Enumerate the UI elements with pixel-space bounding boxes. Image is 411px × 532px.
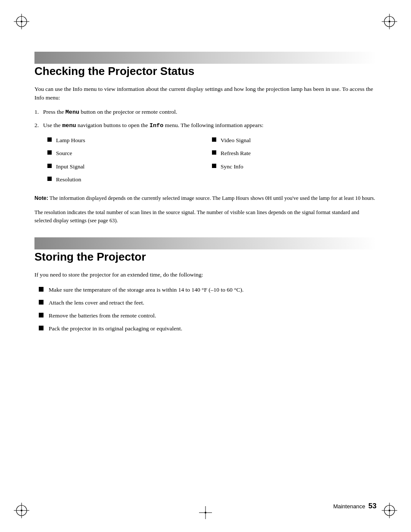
bullet-refresh-rate: Refresh Rate: [212, 149, 377, 158]
svg-point-18: [205, 512, 206, 513]
bullet-square-icon: [47, 137, 52, 142]
bullet-square-icon: [212, 137, 216, 142]
bullet-col-left: Lamp Hours Source Input Signal Reso: [47, 136, 212, 188]
step1: 1. Press the Menu button on the projecto…: [34, 108, 377, 117]
svg-point-11: [21, 510, 22, 511]
bullet-source: Source: [47, 149, 212, 158]
bullet-square-icon: [39, 287, 44, 292]
svg-point-15: [389, 510, 390, 511]
bullet-square-icon: [212, 164, 216, 168]
svg-point-7: [389, 21, 390, 22]
storage-bullet-1-text: Make sure the temperature of the storage…: [49, 286, 243, 294]
bottom-center-mark: [199, 506, 212, 519]
note-label: Note:: [34, 195, 48, 201]
section2: Storing the Projector If you need to sto…: [34, 237, 377, 333]
bullet-lamp-hours-text: Lamp Hours: [56, 136, 85, 145]
svg-point-3: [21, 21, 22, 22]
section1-header: Checking the Projector Status: [34, 52, 377, 78]
bullet-video-signal-text: Video Signal: [221, 136, 251, 145]
storage-bullet-3-text: Remove the batteries from the remote con…: [49, 311, 156, 320]
footer: Maintenance 53: [333, 502, 377, 510]
bullet-video-signal: Video Signal: [212, 136, 377, 145]
menu-bold: Menu: [65, 109, 79, 115]
info-bullets: Lamp Hours Source Input Signal Reso: [47, 136, 377, 188]
step1-num: 1.: [34, 108, 43, 117]
section2-header: Storing the Projector: [34, 237, 377, 264]
bullet-lamp-hours: Lamp Hours: [47, 136, 212, 145]
section1-title: Checking the Projector Status: [34, 65, 377, 78]
storage-bullet-4: Pack the projector in its original packa…: [34, 324, 377, 333]
menu-nav-bold: menu: [62, 122, 76, 129]
bullet-square-icon: [39, 326, 44, 330]
steps-list: 1. Press the Menu button on the projecto…: [34, 108, 377, 131]
bullet-source-text: Source: [56, 149, 72, 158]
step2-num: 2.: [34, 121, 43, 130]
footer-page-number: 53: [368, 502, 377, 510]
section1-intro: You can use the Info menu to view inform…: [34, 85, 377, 103]
section2-intro: If you need to store the projector for a…: [34, 271, 377, 279]
note-text: The information displayed depends on the…: [48, 195, 375, 201]
bullet-square-icon: [212, 150, 216, 155]
bullet-sync-info: Sync Info: [212, 162, 377, 171]
corner-mark-br: [381, 502, 398, 519]
step2: 2. Use the menu navigation buttons to op…: [34, 121, 377, 130]
bullet-resolution-text: Resolution: [56, 175, 81, 184]
storage-bullet-4-text: Pack the projector in its original packa…: [49, 324, 182, 333]
footer-label: Maintenance: [333, 503, 365, 510]
section2-content: If you need to store the projector for a…: [34, 271, 377, 333]
corner-mark-tr: [381, 13, 398, 30]
bullet-square-icon: [47, 177, 52, 181]
section2-title: Storing the Projector: [34, 250, 377, 264]
corner-mark-tl: [13, 13, 30, 30]
main-content: Checking the Projector Status You can us…: [34, 52, 377, 333]
bullet-refresh-rate-text: Refresh Rate: [221, 149, 251, 158]
bullet-sync-info-text: Sync Info: [221, 162, 243, 171]
note-block: Note: The information displayed depends …: [34, 194, 377, 202]
bullet-square-icon: [39, 313, 44, 317]
bullet-input-signal: Input Signal: [47, 162, 212, 171]
section1-header-bar: [34, 52, 377, 64]
section2-header-bar: [34, 237, 377, 249]
step1-text: Press the Menu button on the projector o…: [43, 108, 377, 117]
page: Checking the Projector Status You can us…: [0, 0, 411, 532]
bullet-resolution: Resolution: [47, 175, 212, 184]
bullet-square-icon: [47, 164, 52, 168]
bullet-square-icon: [47, 150, 52, 155]
storage-bullet-3: Remove the batteries from the remote con…: [34, 311, 377, 320]
corner-mark-bl: [13, 502, 30, 519]
section1: Checking the Projector Status You can us…: [34, 52, 377, 224]
storage-bullet-2: Attach the lens cover and retract the fe…: [34, 299, 377, 307]
section1-content: You can use the Info menu to view inform…: [34, 85, 377, 224]
step2-text: Use the menu navigation buttons to open …: [43, 121, 377, 130]
bullet-input-signal-text: Input Signal: [56, 162, 84, 171]
info-note: The resolution indicates the total numbe…: [34, 208, 377, 225]
storage-bullet-1: Make sure the temperature of the storage…: [34, 286, 377, 294]
info-bold: Info: [149, 122, 163, 129]
bullet-square-icon: [39, 300, 44, 305]
storage-bullet-2-text: Attach the lens cover and retract the fe…: [49, 299, 144, 307]
bullet-col-right: Video Signal Refresh Rate Sync Info: [212, 136, 377, 188]
storage-bullets: Make sure the temperature of the storage…: [34, 286, 377, 333]
